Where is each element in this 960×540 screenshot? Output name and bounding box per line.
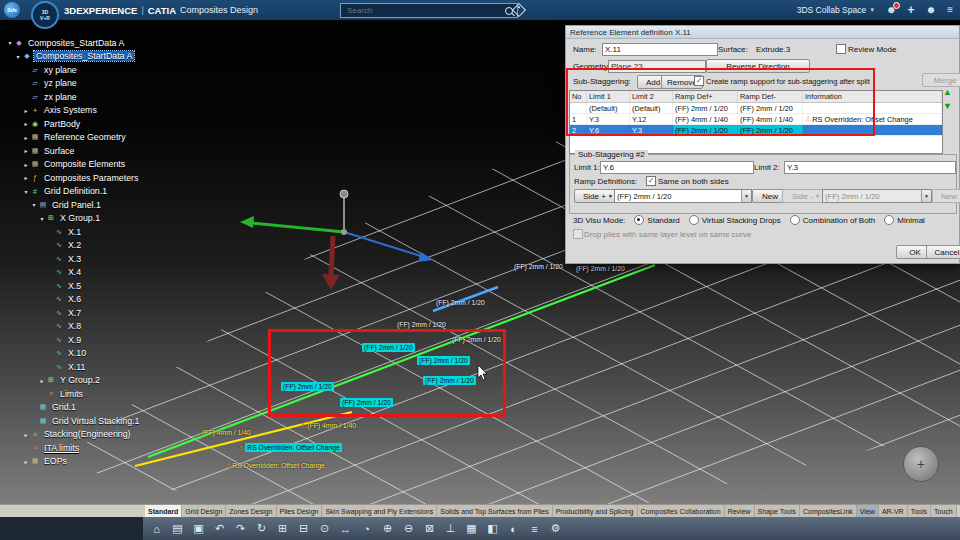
- radio-standard[interactable]: Standard: [634, 215, 679, 225]
- tab-skin-swapping-and-ply-extensions[interactable]: Skin Swapping and Ply Extensions: [322, 505, 437, 517]
- expander-icon[interactable]: ▸: [22, 174, 30, 181]
- home-icon[interactable]: ⌂: [148, 520, 165, 537]
- tree-item-x-2[interactable]: ∿X.2: [2, 239, 177, 253]
- tree-item-x-8[interactable]: ∿X.8: [2, 320, 177, 334]
- tab-tools[interactable]: Tools: [908, 505, 931, 517]
- expander-icon[interactable]: ▾: [14, 53, 22, 60]
- normal-view-icon[interactable]: ⊥: [442, 520, 459, 537]
- radio-virtual-stacking-drops[interactable]: Virtual Stacking Drops: [689, 215, 781, 225]
- expander-icon[interactable]: ▸: [22, 107, 30, 114]
- zoom-in-icon[interactable]: ⊕: [379, 520, 396, 537]
- dialog-title[interactable]: Reference Element definition X.11: [566, 26, 959, 39]
- multi-view-icon[interactable]: ▦: [463, 520, 480, 537]
- tab-view[interactable]: View: [857, 505, 879, 517]
- 3ds-logo-icon[interactable]: 3ds: [4, 2, 20, 18]
- tree-item-grid-panel-1[interactable]: ▾▤Grid Panel.1: [2, 198, 177, 212]
- tree-item-x-5[interactable]: ∿X.5: [2, 279, 177, 293]
- drop-plies-checkbox[interactable]: [573, 229, 583, 239]
- triad-green-axis[interactable]: [240, 216, 254, 228]
- side-plus-combo[interactable]: (FF) 2mm / 1/20▼: [614, 189, 752, 203]
- layers-icon[interactable]: ≡: [526, 520, 543, 537]
- fit-all-icon[interactable]: ⊠: [421, 520, 438, 537]
- expander-icon[interactable]: ▾: [6, 39, 14, 46]
- tree-item-reference-geometry[interactable]: ▸▦Reference Geometry: [2, 131, 177, 145]
- profile-icon[interactable]: ☻: [886, 5, 897, 15]
- tree-item-x-10[interactable]: ∿X.10: [2, 347, 177, 361]
- expander-icon[interactable]: ▾: [22, 188, 30, 195]
- expander-icon[interactable]: ▸: [22, 161, 30, 168]
- tab-ar-vr[interactable]: AR-VR: [879, 505, 908, 517]
- tree-item-grid-virtual-stacking-1[interactable]: ▦Grid Virtual Stacking.1: [2, 414, 177, 428]
- tab-plies-design[interactable]: Plies Design: [277, 505, 323, 517]
- tree-item-y-group-2[interactable]: ▸⊞Y Group.2: [2, 374, 177, 388]
- global-search[interactable]: [340, 3, 518, 18]
- tree-item-ita-limits[interactable]: ≡ITA limits: [2, 441, 177, 455]
- tree-item-eops[interactable]: ▸▦EOPs: [2, 455, 177, 469]
- search-input[interactable]: [345, 5, 487, 16]
- settings-icon[interactable]: ⚙: [547, 520, 564, 537]
- search-icon[interactable]: ⊙: [316, 520, 333, 537]
- tree-item-x-11[interactable]: ∿X.11: [2, 360, 177, 374]
- pan-icon[interactable]: ↔: [337, 520, 354, 537]
- chevron-down-icon[interactable]: ▼: [741, 190, 751, 202]
- app-badge-icon[interactable]: 3D V+R: [31, 1, 59, 29]
- tree-item-xy-plane[interactable]: ▱xy plane: [2, 63, 177, 77]
- tree-item-x-group-1[interactable]: ▾⊞X Group.1: [2, 212, 177, 226]
- new-ramp-button-2[interactable]: New: [932, 189, 960, 203]
- tree-item-x-1[interactable]: ∿X.1: [2, 225, 177, 239]
- side-minus-combo[interactable]: (FF) 2mm / 1/20▼: [822, 189, 932, 203]
- expander-icon[interactable]: ▸: [38, 377, 46, 384]
- tab-composites-collaboration[interactable]: Composites Collaboration: [638, 505, 725, 517]
- tree-item-grid-definition-1[interactable]: ▾#Grid Definition.1: [2, 185, 177, 199]
- move-down-icon[interactable]: ▼: [943, 102, 952, 111]
- zoom-out-icon[interactable]: ⊖: [400, 520, 417, 537]
- expander-icon[interactable]: ▸: [22, 134, 30, 141]
- undo-icon[interactable]: ↶: [211, 520, 228, 537]
- render-style-icon[interactable]: ◧: [484, 520, 501, 537]
- tab-compositeslink[interactable]: CompositesLink: [800, 505, 857, 517]
- tree-item-composites-startdata-a[interactable]: ▾◆Composites_StartData A: [2, 36, 177, 50]
- tab-review[interactable]: Review: [725, 505, 755, 517]
- tree-item-x-7[interactable]: ∿X.7: [2, 306, 177, 320]
- review-mode-checkbox[interactable]: [836, 44, 846, 54]
- limit2-field[interactable]: Y.3: [784, 161, 956, 174]
- tree-item-composite-elements[interactable]: ▸▦Composite Elements: [2, 158, 177, 172]
- tree-item-x-6[interactable]: ∿X.6: [2, 293, 177, 307]
- radio-combination-of-both[interactable]: Combination of Both: [790, 215, 876, 225]
- menu-icon[interactable]: ≡: [947, 5, 954, 15]
- tree-item-x-3[interactable]: ∿X.3: [2, 252, 177, 266]
- limit1-field[interactable]: Y.6: [600, 161, 754, 174]
- tab-standard[interactable]: Standard: [145, 505, 182, 517]
- triad-knob[interactable]: [340, 190, 348, 198]
- tree-item-stacking-engineering[interactable]: ▸≡Stacking(Engineering): [2, 428, 177, 442]
- hide-show-icon[interactable]: ◐: [505, 520, 522, 537]
- paste-icon[interactable]: ⊟: [295, 520, 312, 537]
- redo-icon[interactable]: ↷: [232, 520, 249, 537]
- orbit-icon[interactable]: ◔: [358, 520, 375, 537]
- expander-icon[interactable]: ▸: [22, 431, 30, 438]
- tree-item-composites-parameters[interactable]: ▸ƒComposites Parameters: [2, 171, 177, 185]
- expander-icon[interactable]: ▸: [22, 458, 30, 465]
- tab-solids-and-top-surfaces-from-plies[interactable]: Solids and Top Surfaces from Plies: [437, 505, 552, 517]
- tree-item-x-4[interactable]: ∿X.4: [2, 266, 177, 280]
- merge-button[interactable]: Merge: [922, 73, 960, 87]
- expander-icon[interactable]: ▸: [22, 120, 30, 127]
- tab-grid-design[interactable]: Grid Design: [182, 505, 226, 517]
- tree-item-zx-plane[interactable]: ▱zx plane: [2, 90, 177, 104]
- tree-item-composites-startdata-a[interactable]: ▾◆Composites_StartData A: [2, 50, 177, 64]
- print-icon[interactable]: ▣: [190, 520, 207, 537]
- save-icon[interactable]: ▤: [169, 520, 186, 537]
- tree-item-yz-plane[interactable]: ▱yz plane: [2, 77, 177, 91]
- tab-touch[interactable]: Touch: [931, 505, 957, 517]
- tab-zones-design[interactable]: Zones Design: [226, 505, 276, 517]
- user-icon[interactable]: ☻: [926, 5, 937, 15]
- view-compass[interactable]: +: [903, 446, 939, 482]
- tree-item-grid-1[interactable]: ▦Grid.1: [2, 401, 177, 415]
- robot-axis-triad[interactable]: [240, 190, 433, 290]
- tree-item-x-9[interactable]: ∿X.9: [2, 333, 177, 347]
- cancel-button[interactable]: Cancel: [926, 245, 960, 259]
- expander-icon[interactable]: ▸: [22, 147, 30, 154]
- name-field[interactable]: X.11: [602, 43, 718, 56]
- tree-item-limits[interactable]: ≡Limits: [2, 387, 177, 401]
- tab-producibility-and-splicing[interactable]: Producibility and Splicing: [553, 505, 638, 517]
